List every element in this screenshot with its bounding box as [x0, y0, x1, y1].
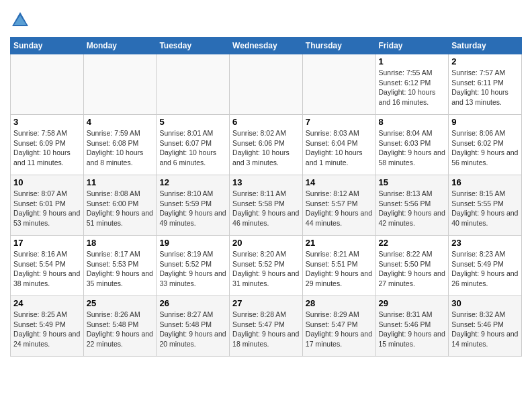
logo-icon	[10, 10, 30, 30]
day-info: Sunrise: 8:25 AM Sunset: 5:49 PM Dayligh…	[13, 310, 81, 349]
day-info: Sunrise: 8:04 AM Sunset: 6:03 PM Dayligh…	[379, 128, 446, 168]
day-number: 5	[159, 117, 226, 127]
calendar-week-row: 3Sunrise: 7:58 AM Sunset: 6:09 PM Daylig…	[11, 115, 522, 175]
calendar-cell: 25Sunrise: 8:26 AM Sunset: 5:48 PM Dayli…	[83, 296, 157, 357]
calendar-cell: 15Sunrise: 8:13 AM Sunset: 5:56 PM Dayli…	[375, 175, 449, 236]
day-info: Sunrise: 8:15 AM Sunset: 5:55 PM Dayligh…	[451, 189, 519, 228]
calendar-cell: 16Sunrise: 8:15 AM Sunset: 5:55 PM Dayli…	[449, 175, 522, 236]
day-info: Sunrise: 8:11 AM Sunset: 5:58 PM Dayligh…	[232, 189, 300, 228]
day-number: 10	[13, 177, 81, 187]
day-number: 7	[306, 117, 373, 127]
calendar-cell: 4Sunrise: 7:59 AM Sunset: 6:08 PM Daylig…	[83, 115, 157, 175]
day-info: Sunrise: 7:59 AM Sunset: 6:08 PM Dayligh…	[87, 128, 154, 168]
day-info: Sunrise: 8:08 AM Sunset: 6:00 PM Dayligh…	[87, 189, 154, 228]
calendar-cell	[230, 54, 303, 115]
day-number: 22	[379, 238, 446, 248]
calendar-cell: 27Sunrise: 8:28 AM Sunset: 5:47 PM Dayli…	[230, 296, 303, 357]
calendar-cell: 23Sunrise: 8:23 AM Sunset: 5:49 PM Dayli…	[449, 236, 522, 296]
day-number: 16	[451, 177, 519, 187]
calendar-cell: 22Sunrise: 8:22 AM Sunset: 5:50 PM Dayli…	[375, 236, 449, 296]
header	[10, 10, 522, 30]
calendar-cell: 3Sunrise: 7:58 AM Sunset: 6:09 PM Daylig…	[11, 115, 84, 175]
day-info: Sunrise: 8:03 AM Sunset: 6:04 PM Dayligh…	[306, 128, 373, 168]
day-number: 4	[87, 117, 154, 127]
day-info: Sunrise: 8:22 AM Sunset: 5:50 PM Dayligh…	[379, 249, 446, 289]
calendar-cell: 26Sunrise: 8:27 AM Sunset: 5:48 PM Dayli…	[157, 296, 230, 357]
day-info: Sunrise: 8:17 AM Sunset: 5:53 PM Dayligh…	[87, 249, 154, 289]
day-info: Sunrise: 8:06 AM Sunset: 6:02 PM Dayligh…	[451, 128, 519, 168]
calendar-cell: 14Sunrise: 8:12 AM Sunset: 5:57 PM Dayli…	[302, 175, 375, 236]
day-number: 9	[451, 117, 519, 127]
day-number: 3	[13, 117, 81, 127]
day-number: 6	[232, 117, 300, 127]
calendar-cell	[302, 54, 375, 115]
calendar-cell	[83, 54, 157, 115]
calendar-cell: 7Sunrise: 8:03 AM Sunset: 6:04 PM Daylig…	[302, 115, 375, 175]
calendar-cell: 10Sunrise: 8:07 AM Sunset: 6:01 PM Dayli…	[11, 175, 84, 236]
day-number: 12	[159, 177, 226, 187]
day-info: Sunrise: 7:57 AM Sunset: 6:11 PM Dayligh…	[451, 68, 519, 107]
calendar-week-row: 17Sunrise: 8:16 AM Sunset: 5:54 PM Dayli…	[11, 236, 522, 296]
day-info: Sunrise: 8:02 AM Sunset: 6:06 PM Dayligh…	[232, 128, 300, 168]
day-info: Sunrise: 8:01 AM Sunset: 6:07 PM Dayligh…	[159, 128, 226, 168]
calendar-cell: 11Sunrise: 8:08 AM Sunset: 6:00 PM Dayli…	[83, 175, 157, 236]
calendar-week-row: 24Sunrise: 8:25 AM Sunset: 5:49 PM Dayli…	[11, 296, 522, 357]
calendar-cell: 21Sunrise: 8:21 AM Sunset: 5:51 PM Dayli…	[302, 236, 375, 296]
day-info: Sunrise: 8:29 AM Sunset: 5:47 PM Dayligh…	[306, 310, 373, 349]
calendar-cell: 12Sunrise: 8:10 AM Sunset: 5:59 PM Dayli…	[157, 175, 230, 236]
day-number: 20	[232, 238, 300, 248]
calendar-cell: 30Sunrise: 8:32 AM Sunset: 5:46 PM Dayli…	[449, 296, 522, 357]
weekday-header-wednesday: Wednesday	[230, 38, 303, 54]
day-number: 1	[379, 56, 446, 66]
calendar-cell: 24Sunrise: 8:25 AM Sunset: 5:49 PM Dayli…	[11, 296, 84, 357]
day-number: 30	[451, 298, 519, 308]
day-number: 11	[87, 177, 154, 187]
day-number: 28	[306, 298, 373, 308]
calendar-cell: 28Sunrise: 8:29 AM Sunset: 5:47 PM Dayli…	[302, 296, 375, 357]
calendar-cell: 17Sunrise: 8:16 AM Sunset: 5:54 PM Dayli…	[11, 236, 84, 296]
day-number: 25	[87, 298, 154, 308]
calendar-cell: 5Sunrise: 8:01 AM Sunset: 6:07 PM Daylig…	[157, 115, 230, 175]
calendar-cell: 1Sunrise: 7:55 AM Sunset: 6:12 PM Daylig…	[375, 54, 449, 115]
weekday-header-monday: Monday	[83, 38, 157, 54]
day-number: 2	[451, 56, 519, 66]
day-info: Sunrise: 8:07 AM Sunset: 6:01 PM Dayligh…	[13, 189, 81, 228]
day-info: Sunrise: 8:19 AM Sunset: 5:52 PM Dayligh…	[159, 249, 226, 289]
calendar-cell: 2Sunrise: 7:57 AM Sunset: 6:11 PM Daylig…	[449, 54, 522, 115]
weekday-header-row: SundayMondayTuesdayWednesdayThursdayFrid…	[11, 38, 522, 54]
day-info: Sunrise: 7:58 AM Sunset: 6:09 PM Dayligh…	[13, 128, 81, 168]
day-number: 21	[306, 238, 373, 248]
calendar-cell: 13Sunrise: 8:11 AM Sunset: 5:58 PM Dayli…	[230, 175, 303, 236]
day-info: Sunrise: 8:27 AM Sunset: 5:48 PM Dayligh…	[159, 310, 226, 349]
calendar-cell: 8Sunrise: 8:04 AM Sunset: 6:03 PM Daylig…	[375, 115, 449, 175]
day-number: 26	[159, 298, 226, 308]
day-number: 23	[451, 238, 519, 248]
calendar-week-row: 1Sunrise: 7:55 AM Sunset: 6:12 PM Daylig…	[11, 54, 522, 115]
day-info: Sunrise: 8:16 AM Sunset: 5:54 PM Dayligh…	[13, 249, 81, 289]
day-number: 18	[87, 238, 154, 248]
calendar-cell: 9Sunrise: 8:06 AM Sunset: 6:02 PM Daylig…	[449, 115, 522, 175]
day-info: Sunrise: 8:12 AM Sunset: 5:57 PM Dayligh…	[306, 189, 373, 228]
logo	[10, 10, 34, 30]
day-info: Sunrise: 8:20 AM Sunset: 5:52 PM Dayligh…	[232, 249, 300, 289]
day-info: Sunrise: 8:28 AM Sunset: 5:47 PM Dayligh…	[232, 310, 300, 349]
day-number: 13	[232, 177, 300, 187]
page-container: SundayMondayTuesdayWednesdayThursdayFrid…	[0, 0, 532, 363]
day-number: 17	[13, 238, 81, 248]
day-info: Sunrise: 8:13 AM Sunset: 5:56 PM Dayligh…	[379, 189, 446, 228]
calendar-cell	[157, 54, 230, 115]
day-number: 29	[379, 298, 446, 308]
day-info: Sunrise: 8:21 AM Sunset: 5:51 PM Dayligh…	[306, 249, 373, 289]
calendar-cell: 19Sunrise: 8:19 AM Sunset: 5:52 PM Dayli…	[157, 236, 230, 296]
calendar-cell: 18Sunrise: 8:17 AM Sunset: 5:53 PM Dayli…	[83, 236, 157, 296]
day-info: Sunrise: 8:10 AM Sunset: 5:59 PM Dayligh…	[159, 189, 226, 228]
calendar-cell: 6Sunrise: 8:02 AM Sunset: 6:06 PM Daylig…	[230, 115, 303, 175]
day-number: 19	[159, 238, 226, 248]
weekday-header-sunday: Sunday	[11, 38, 84, 54]
calendar-table: SundayMondayTuesdayWednesdayThursdayFrid…	[10, 37, 522, 357]
calendar-cell	[11, 54, 84, 115]
day-info: Sunrise: 8:26 AM Sunset: 5:48 PM Dayligh…	[87, 310, 154, 349]
day-number: 27	[232, 298, 300, 308]
day-info: Sunrise: 7:55 AM Sunset: 6:12 PM Dayligh…	[379, 68, 446, 107]
day-number: 8	[379, 117, 446, 127]
